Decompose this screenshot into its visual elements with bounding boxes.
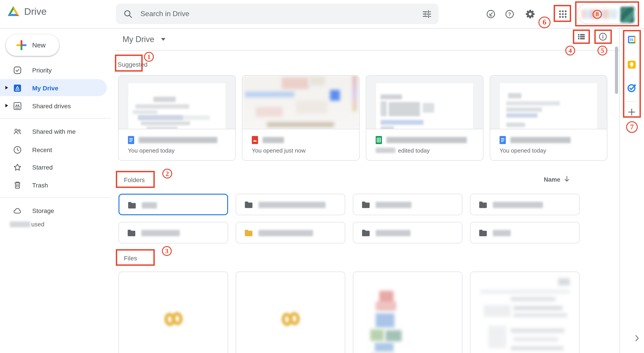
file-card[interactable] bbox=[118, 272, 228, 353]
svg-text:?: ? bbox=[508, 12, 511, 17]
search-input[interactable]: Search in Drive bbox=[140, 4, 190, 24]
redacted-folder-name bbox=[258, 202, 326, 208]
image-file-icon bbox=[252, 136, 258, 144]
folder-tile[interactable] bbox=[353, 222, 462, 243]
sidebar-item-label: Shared drives bbox=[32, 97, 71, 115]
sidebar-item-shared-drives[interactable]: Shared drives bbox=[0, 97, 111, 115]
list-view-icon[interactable] bbox=[577, 32, 586, 43]
file-preview bbox=[366, 76, 483, 129]
file-status: You opened today bbox=[500, 147, 546, 154]
folder-icon bbox=[361, 229, 370, 237]
folder-icon bbox=[361, 201, 370, 208]
sidebar-item-starred[interactable]: Starred bbox=[0, 158, 111, 176]
panel-divider bbox=[626, 101, 636, 102]
redacted-folder-name bbox=[493, 202, 543, 208]
redacted-folder-name bbox=[376, 230, 410, 236]
sidebar-item-my-drive[interactable]: My Drive bbox=[0, 79, 107, 96]
info-icon[interactable] bbox=[598, 32, 607, 43]
shared-with-me-icon bbox=[13, 127, 22, 136]
account-chip[interactable] bbox=[577, 3, 637, 24]
suggested-label: Suggested bbox=[118, 61, 148, 68]
folder-tile[interactable] bbox=[118, 222, 228, 243]
file-card[interactable] bbox=[353, 272, 462, 353]
sort-control[interactable]: Name bbox=[544, 175, 570, 184]
folder-tile[interactable] bbox=[470, 194, 580, 215]
right-panel-divider bbox=[620, 29, 620, 353]
offline-status-icon[interactable] bbox=[486, 10, 496, 21]
folder-tile-yellow[interactable] bbox=[236, 222, 345, 243]
folder-icon bbox=[478, 229, 488, 237]
redacted-emoji-preview bbox=[281, 311, 300, 326]
avatar bbox=[620, 7, 634, 23]
search-icon[interactable] bbox=[124, 10, 133, 21]
add-plus-icon[interactable] bbox=[627, 107, 636, 117]
new-plus-icon bbox=[16, 40, 27, 52]
keep-icon[interactable] bbox=[627, 60, 636, 69]
calendar-icon[interactable]: 31 bbox=[627, 35, 636, 44]
sidebar-item-storage[interactable]: Storage bbox=[0, 202, 111, 220]
sidebar-item-recent[interactable]: Recent bbox=[0, 141, 111, 159]
new-button-label: New bbox=[32, 35, 46, 56]
my-drive-icon bbox=[13, 84, 22, 93]
folder-icon bbox=[244, 229, 253, 237]
folder-icon bbox=[128, 202, 136, 209]
shared-drives-icon bbox=[13, 102, 22, 111]
folder-tile[interactable] bbox=[353, 194, 462, 215]
folders-label: Folders bbox=[124, 176, 145, 183]
expand-arrow-icon[interactable] bbox=[5, 104, 8, 107]
sidebar-item-label: Trash bbox=[32, 176, 48, 194]
sidebar-item-shared-with-me[interactable]: Shared with me bbox=[0, 123, 111, 141]
suggested-card-doc[interactable]: You opened today bbox=[118, 75, 236, 161]
file-preview bbox=[118, 76, 235, 129]
sidebar-item-priority[interactable]: Priority bbox=[0, 61, 111, 79]
chevron-right-icon[interactable] bbox=[635, 335, 639, 343]
sidebar-item-label: Priority bbox=[32, 61, 52, 79]
chevron-down-icon[interactable] bbox=[161, 38, 166, 41]
redacted-emoji-preview bbox=[164, 311, 183, 326]
redacted-file-title bbox=[262, 137, 284, 143]
file-card[interactable] bbox=[236, 272, 345, 353]
search-bar[interactable]: Search in Drive bbox=[116, 4, 439, 24]
suggested-card-image[interactable]: You opened just now bbox=[242, 75, 360, 161]
sort-arrow-down-icon bbox=[564, 175, 570, 184]
sidebar-divider bbox=[0, 118, 111, 119]
suggested-card-sheet[interactable]: edited today bbox=[366, 75, 484, 161]
annotation-number-7: 7 bbox=[626, 121, 638, 133]
tasks-icon[interactable] bbox=[627, 83, 636, 93]
scrollbar[interactable] bbox=[615, 47, 618, 94]
redacted-folder-name bbox=[142, 202, 157, 208]
folder-tile[interactable] bbox=[236, 194, 345, 215]
redacted-person-name bbox=[376, 148, 395, 153]
folder-tile-selected[interactable] bbox=[118, 194, 228, 215]
storage-used-label: used bbox=[31, 221, 44, 228]
help-icon[interactable]: ? bbox=[505, 10, 514, 21]
google-sheet-icon bbox=[376, 136, 382, 144]
folder-icon bbox=[244, 201, 253, 208]
redacted-storage-amount bbox=[10, 221, 30, 227]
redacted-file-title bbox=[510, 137, 571, 143]
sidebar-item-label: Recent bbox=[32, 141, 52, 159]
breadcrumb-my-drive[interactable]: My Drive bbox=[122, 35, 154, 44]
files-label: Files bbox=[124, 255, 137, 262]
sidebar: New Priority My Drive Shared drives bbox=[0, 29, 114, 353]
new-button[interactable]: New bbox=[6, 35, 59, 56]
drive-home-link[interactable]: Drive bbox=[7, 5, 46, 18]
suggested-card-doc[interactable]: You opened today bbox=[490, 75, 607, 161]
drive-logo-icon bbox=[7, 5, 20, 18]
google-drive-window: Drive Search in Drive ? bbox=[0, 0, 644, 353]
app-name: Drive bbox=[24, 6, 46, 18]
sidebar-item-label: Storage bbox=[32, 202, 54, 220]
expand-arrow-icon[interactable] bbox=[5, 86, 8, 90]
sidebar-item-label: My Drive bbox=[32, 79, 58, 97]
apps-grid-icon[interactable] bbox=[558, 10, 568, 21]
sidebar-item-trash[interactable]: Trash bbox=[0, 176, 111, 194]
file-status: You opened today bbox=[128, 147, 175, 154]
annotation-number-5: 5 bbox=[598, 46, 607, 56]
annotation-number-2: 2 bbox=[162, 169, 172, 179]
file-status: You opened just now bbox=[252, 147, 306, 154]
file-card[interactable] bbox=[470, 272, 580, 353]
folder-tile[interactable] bbox=[470, 222, 580, 243]
annotation-number-1: 1 bbox=[144, 52, 154, 62]
search-options-tune-icon[interactable] bbox=[422, 10, 432, 21]
settings-gear-icon[interactable] bbox=[526, 10, 535, 21]
